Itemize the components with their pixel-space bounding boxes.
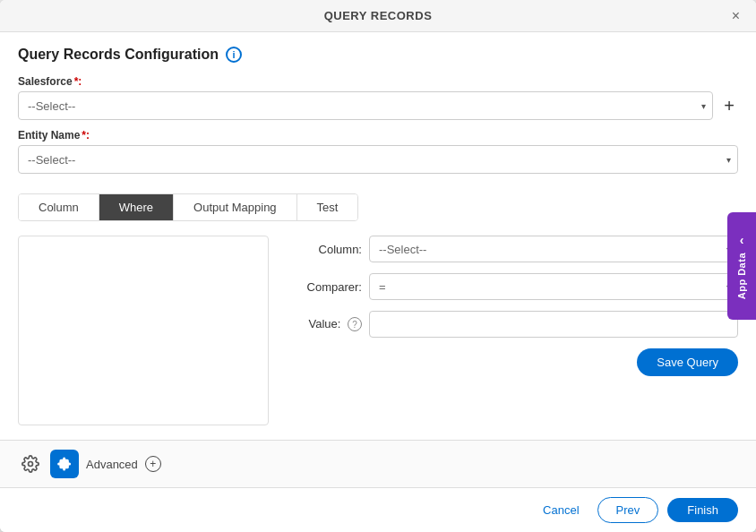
where-list-panel xyxy=(18,236,269,425)
value-help-icon[interactable]: ? xyxy=(348,317,362,331)
column-label: Column: xyxy=(290,243,362,256)
tab-where[interactable]: Where xyxy=(99,194,174,220)
column-select[interactable]: --Select-- xyxy=(369,236,738,262)
save-query-row: Save Query xyxy=(290,348,738,376)
modal-header: QUERY RECORDS × xyxy=(0,0,756,32)
comparer-field-row: Comparer: = ▾ xyxy=(290,273,738,300)
finish-button[interactable]: Finish xyxy=(667,498,738,522)
query-records-modal: QUERY RECORDS × Query Records Configurat… xyxy=(0,0,756,532)
where-form-panel: Column: --Select-- ▾ Comparer: xyxy=(290,236,738,425)
svg-point-0 xyxy=(29,462,33,467)
app-data-label: App Data xyxy=(736,253,747,299)
puzzle-icon xyxy=(56,456,73,472)
info-icon[interactable]: i xyxy=(226,47,242,63)
salesforce-label: Salesforce *: xyxy=(18,75,738,88)
entity-name-label: Entity Name *: xyxy=(18,129,738,142)
tabs-row: Column Where Output Mapping Test xyxy=(18,193,358,221)
comparer-select[interactable]: = xyxy=(369,273,738,300)
gear-icon xyxy=(21,455,39,473)
modal-body: Query Records Configuration i Salesforce… xyxy=(0,32,756,440)
where-content: Column: --Select-- ▾ Comparer: xyxy=(18,236,738,425)
entity-required: *: xyxy=(82,129,90,142)
gear-icon-button[interactable] xyxy=(18,451,43,476)
comparer-select-wrapper: = ▾ xyxy=(369,273,738,300)
footer-actions: Cancel Prev Finish xyxy=(0,487,756,532)
column-field-row: Column: --Select-- ▾ xyxy=(290,236,738,262)
tab-column[interactable]: Column xyxy=(19,194,99,220)
salesforce-select-wrapper: --Select-- ▾ xyxy=(18,91,713,120)
salesforce-form-row: Salesforce *: --Select-- ▾ + xyxy=(18,75,738,120)
advanced-label: Advanced xyxy=(86,458,138,471)
modal-overlay: QUERY RECORDS × Query Records Configurat… xyxy=(0,0,756,532)
comparer-label: Comparer: xyxy=(290,280,362,294)
tab-output-mapping[interactable]: Output Mapping xyxy=(174,194,297,220)
prev-button[interactable]: Prev xyxy=(597,497,659,523)
tab-test[interactable]: Test xyxy=(297,194,358,220)
app-data-wrapper: ‹ App Data xyxy=(727,212,756,320)
footer-advanced: Advanced + xyxy=(0,440,756,487)
entity-select-wrapper: --Select-- ▾ xyxy=(18,145,738,174)
advanced-plus-button[interactable]: + xyxy=(145,456,161,472)
modal-title: QUERY RECORDS xyxy=(324,9,433,22)
salesforce-select[interactable]: --Select-- xyxy=(18,91,713,120)
save-query-button[interactable]: Save Query xyxy=(637,348,738,376)
column-select-wrapper: --Select-- ▾ xyxy=(369,236,738,262)
value-label: Value: ? xyxy=(290,317,362,332)
cancel-button[interactable]: Cancel xyxy=(534,498,588,522)
salesforce-select-row: --Select-- ▾ + xyxy=(18,91,738,120)
entity-name-select[interactable]: --Select-- xyxy=(18,145,738,174)
entity-name-form-row: Entity Name *: --Select-- ▾ xyxy=(18,129,738,174)
salesforce-add-button[interactable]: + xyxy=(720,97,738,115)
close-button[interactable]: × xyxy=(726,7,745,25)
config-title-text: Query Records Configuration xyxy=(18,47,219,63)
value-input[interactable] xyxy=(369,311,738,338)
puzzle-icon-button[interactable] xyxy=(50,450,79,478)
app-data-tab[interactable]: ‹ App Data xyxy=(727,212,756,320)
salesforce-required: *: xyxy=(74,75,82,88)
config-title-row: Query Records Configuration i xyxy=(18,47,738,63)
value-field-row: Value: ? xyxy=(290,311,738,338)
app-data-chevron-icon: ‹ xyxy=(740,233,744,247)
